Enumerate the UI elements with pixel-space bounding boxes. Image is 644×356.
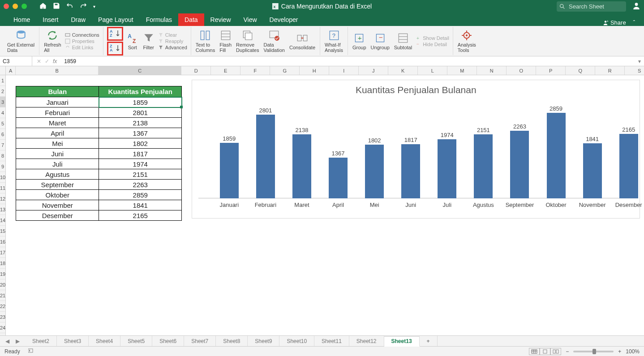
sheet-tab[interactable]: Sheet13	[384, 336, 420, 347]
row-header[interactable]: 24	[0, 322, 5, 333]
cell-month[interactable]: Februari	[16, 107, 99, 118]
row-header[interactable]: 1	[0, 75, 5, 86]
home-icon[interactable]	[39, 2, 47, 11]
tab-review[interactable]: Review	[204, 13, 237, 26]
cell-month[interactable]: September	[16, 180, 99, 190]
sort-ascending-button[interactable]: AZ	[107, 27, 123, 41]
macro-record-icon[interactable]	[28, 348, 35, 355]
cell-qty[interactable]: 1367	[99, 128, 182, 138]
scroll-tabs-left-icon[interactable]: ◀	[5, 338, 9, 344]
chart-bar[interactable]: 1859	[220, 135, 239, 198]
column-header[interactable]: M	[447, 66, 477, 75]
tab-developer[interactable]: Developer	[263, 13, 305, 26]
row-header[interactable]: 10	[0, 172, 5, 183]
row-header[interactable]: 5	[0, 118, 5, 129]
hide-detail-button[interactable]: −Hide Detail	[416, 42, 449, 47]
column-header[interactable]: G	[270, 66, 300, 75]
tab-data[interactable]: Data	[178, 13, 204, 26]
cell-qty[interactable]: 2801	[99, 107, 182, 118]
ungroup-button[interactable]: −Ungroup	[370, 31, 391, 51]
scroll-tabs-right-icon[interactable]: ▶	[16, 338, 20, 344]
chart-bar[interactable]: 2801	[256, 107, 275, 198]
show-detail-button[interactable]: +Show Detail	[416, 35, 449, 41]
clear-filter-button[interactable]: Clear	[158, 32, 187, 38]
row-header[interactable]: 7	[0, 140, 5, 150]
column-header[interactable]: D	[181, 66, 211, 75]
row-header[interactable]: 14	[0, 215, 5, 226]
cell-month[interactable]: Maret	[16, 118, 99, 128]
sheet-tab[interactable]: Sheet10	[279, 336, 314, 346]
consolidate-button[interactable]: Consolidate	[288, 31, 316, 51]
undo-icon[interactable]	[66, 2, 73, 11]
row-header[interactable]: 4	[0, 107, 5, 118]
chart-bar[interactable]: 2165	[619, 126, 638, 198]
reapply-filter-button[interactable]: Reapply	[158, 39, 187, 44]
tab-page-layout[interactable]: Page Layout	[92, 13, 140, 26]
data-validation-button[interactable]: Data Validation	[262, 29, 286, 54]
column-header[interactable]: Q	[566, 66, 595, 75]
sheet-tab[interactable]: Sheet4	[89, 336, 120, 346]
chart-bar[interactable]: 2138	[292, 127, 311, 198]
cell-month[interactable]: Oktober	[16, 190, 99, 200]
filter-button[interactable]: Filter	[142, 31, 155, 51]
row-header[interactable]: 22	[0, 301, 5, 312]
cancel-formula-icon[interactable]: ✕	[37, 58, 41, 64]
cell-month[interactable]: April	[16, 128, 99, 138]
sheet-tab[interactable]: Sheet11	[314, 336, 349, 346]
sheet-tab[interactable]: Sheet6	[152, 336, 184, 346]
cell-month[interactable]: Mei	[16, 138, 99, 149]
minimize-icon[interactable]	[13, 4, 18, 9]
sort-descending-button[interactable]: ZA	[107, 42, 123, 56]
row-header[interactable]: 15	[0, 226, 5, 236]
tab-home[interactable]: Home	[7, 13, 36, 26]
row-header[interactable]: 25	[0, 333, 5, 335]
column-header[interactable]: B	[16, 66, 99, 75]
row-header[interactable]: 3	[0, 97, 5, 107]
zoom-out-button[interactable]: −	[566, 348, 569, 355]
sheet-tab[interactable]: Sheet3	[57, 336, 89, 346]
chart-bar[interactable]: 1974	[438, 132, 456, 198]
cell-month[interactable]: Januari	[16, 97, 99, 107]
maximize-icon[interactable]	[21, 4, 27, 9]
chart-bar[interactable]: 2151	[474, 127, 493, 198]
row-header[interactable]: 11	[0, 183, 5, 193]
column-header[interactable]: R	[595, 66, 625, 75]
tab-view[interactable]: View	[237, 13, 263, 26]
analysis-tools-button[interactable]: Analysis Tools	[457, 29, 477, 54]
qat-customize-icon[interactable]: ▾	[93, 4, 95, 9]
connections-button[interactable]: Connections	[65, 32, 99, 38]
column-header[interactable]: K	[388, 66, 418, 75]
cell-qty[interactable]: 1859	[99, 97, 182, 107]
normal-view-button[interactable]	[529, 348, 540, 355]
row-headers[interactable]: 1234567891011121314151617181920212223242…	[0, 66, 6, 335]
cell-qty[interactable]: 2165	[99, 210, 182, 221]
refresh-all-button[interactable]: Refresh All	[43, 29, 62, 54]
chart-bar[interactable]: 2859	[547, 105, 566, 198]
collapse-ribbon-icon[interactable]: ˆ	[633, 19, 635, 26]
column-header[interactable]: H	[300, 66, 329, 75]
column-header[interactable]: E	[211, 66, 240, 75]
row-header[interactable]: 23	[0, 312, 5, 322]
search-input[interactable]	[568, 3, 622, 10]
tab-insert[interactable]: Insert	[36, 13, 64, 26]
row-header[interactable]: 19	[0, 269, 5, 279]
row-header[interactable]: 21	[0, 290, 5, 301]
column-header[interactable]: N	[477, 66, 507, 75]
cell-qty[interactable]: 1974	[99, 159, 182, 169]
sheet-tab[interactable]: Sheet7	[184, 336, 216, 346]
text-to-columns-button[interactable]: Text to Columns	[195, 29, 216, 54]
column-header[interactable]: S	[625, 66, 644, 75]
row-header[interactable]: 2	[0, 86, 5, 97]
sheet-tab[interactable]: Sheet2	[25, 336, 57, 346]
advanced-filter-button[interactable]: Advanced	[158, 45, 187, 50]
subtotal-button[interactable]: Subtotal	[393, 31, 413, 51]
zoom-in-button[interactable]: +	[618, 348, 621, 355]
formula-input[interactable]: 1859	[61, 58, 635, 64]
edit-links-button[interactable]: Edit Links	[65, 45, 99, 50]
row-header[interactable]: 9	[0, 161, 5, 172]
worksheet-grid[interactable]: 1234567891011121314151617181920212223242…	[0, 66, 644, 335]
cell-qty[interactable]: 2151	[99, 169, 182, 180]
cell-qty[interactable]: 1841	[99, 200, 182, 210]
enter-formula-icon[interactable]: ✓	[45, 58, 49, 64]
chart-bar[interactable]: 1841	[583, 136, 602, 198]
